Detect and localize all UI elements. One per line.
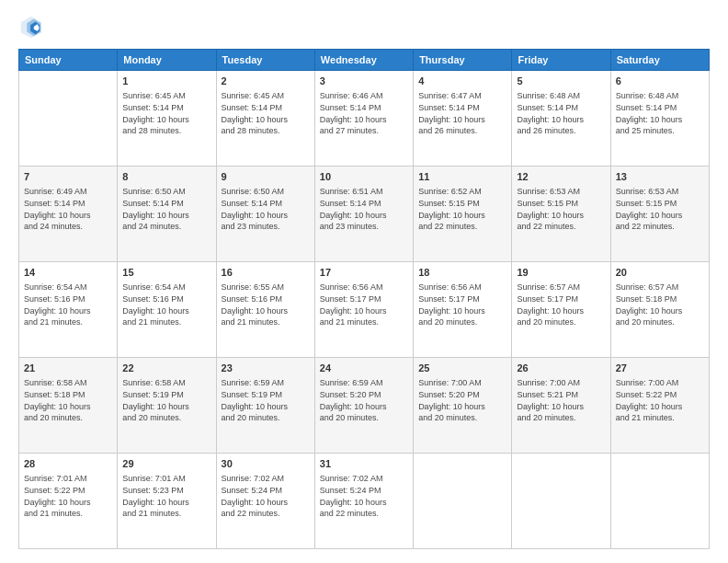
cell-info-line: Sunset: 5:17 PM [517, 293, 605, 305]
cell-info-line: and 22 minutes. [418, 221, 506, 233]
cell-info-line: Daylight: 10 hours [222, 210, 310, 222]
cell-info-line: Sunset: 5:14 PM [616, 102, 704, 114]
cell-info-line: and 26 minutes. [418, 125, 506, 137]
calendar-cell: 11Sunrise: 6:52 AMSunset: 5:15 PMDayligh… [414, 167, 512, 262]
cell-info-line: Sunset: 5:14 PM [418, 102, 506, 114]
logo [18, 14, 48, 40]
calendar-cell: 24Sunrise: 6:59 AMSunset: 5:20 PMDayligh… [314, 358, 413, 454]
cell-info-line: Daylight: 10 hours [320, 114, 408, 126]
calendar-week-row: 1Sunrise: 6:45 AMSunset: 5:14 PMDaylight… [19, 71, 710, 167]
cell-info-line: Sunset: 5:18 PM [616, 293, 704, 305]
calendar-cell: 29Sunrise: 7:01 AMSunset: 5:23 PMDayligh… [118, 454, 216, 549]
cell-info-line: Sunrise: 6:55 AM [222, 282, 310, 293]
cell-info-line: Sunrise: 6:50 AM [222, 186, 310, 198]
cell-info-line: and 28 minutes. [222, 125, 310, 137]
cell-info-line: Sunset: 5:16 PM [222, 293, 310, 305]
page: SundayMondayTuesdayWednesdayThursdayFrid… [0, 0, 728, 563]
cell-info-line: and 20 minutes. [517, 316, 605, 328]
day-number: 24 [320, 362, 408, 375]
day-number: 14 [24, 266, 112, 280]
cell-info-line: Sunrise: 6:59 AM [320, 377, 408, 389]
column-header-tuesday: Tuesday [216, 50, 314, 71]
cell-info-line: Daylight: 10 hours [517, 114, 605, 126]
cell-info-line: Sunrise: 6:54 AM [24, 282, 112, 293]
cell-info-line: and 22 minutes. [320, 508, 408, 520]
cell-info-line: and 23 minutes. [222, 221, 310, 233]
cell-info-line: Sunset: 5:19 PM [222, 389, 310, 401]
cell-info-line: and 26 minutes. [517, 125, 605, 137]
cell-info-line: and 21 minutes. [616, 412, 704, 424]
day-number: 16 [222, 266, 310, 280]
cell-info-line: and 20 minutes. [24, 412, 112, 424]
cell-info-line: Daylight: 10 hours [320, 497, 408, 509]
cell-info-line: Daylight: 10 hours [517, 401, 605, 413]
cell-info-line: Sunset: 5:17 PM [320, 293, 408, 305]
column-header-wednesday: Wednesday [314, 50, 413, 71]
calendar-cell: 1Sunrise: 6:45 AMSunset: 5:14 PMDaylight… [118, 71, 216, 167]
cell-info-line: and 25 minutes. [616, 125, 704, 137]
day-number: 29 [122, 457, 210, 471]
cell-info-line: and 20 minutes. [122, 412, 210, 424]
calendar-cell: 16Sunrise: 6:55 AMSunset: 5:16 PMDayligh… [216, 262, 314, 358]
cell-info-line: and 21 minutes. [222, 316, 310, 328]
calendar-cell: 13Sunrise: 6:53 AMSunset: 5:15 PMDayligh… [610, 167, 709, 262]
cell-info-line: Sunrise: 6:50 AM [122, 186, 210, 198]
day-number: 11 [418, 170, 506, 184]
calendar-cell: 17Sunrise: 6:56 AMSunset: 5:17 PMDayligh… [314, 262, 413, 358]
cell-info-line: Sunrise: 6:59 AM [222, 377, 310, 389]
day-number: 15 [122, 266, 210, 280]
column-header-friday: Friday [512, 50, 610, 71]
day-number: 13 [616, 170, 704, 184]
calendar-cell: 7Sunrise: 6:49 AMSunset: 5:14 PMDaylight… [19, 167, 118, 262]
day-number: 1 [122, 75, 210, 88]
column-header-saturday: Saturday [610, 50, 709, 71]
cell-info-line: and 24 minutes. [24, 221, 112, 233]
calendar-cell: 23Sunrise: 6:59 AMSunset: 5:19 PMDayligh… [216, 358, 314, 454]
cell-info-line: Daylight: 10 hours [517, 210, 605, 222]
cell-info-line: Sunrise: 7:01 AM [24, 473, 112, 485]
cell-info-line: Sunrise: 6:52 AM [418, 186, 506, 198]
cell-info-line: Daylight: 10 hours [24, 305, 112, 317]
cell-info-line: and 21 minutes. [320, 316, 408, 328]
cell-info-line: Sunrise: 7:02 AM [222, 473, 310, 485]
calendar-cell: 8Sunrise: 6:50 AMSunset: 5:14 PMDaylight… [118, 167, 216, 262]
calendar-week-row: 14Sunrise: 6:54 AMSunset: 5:16 PMDayligh… [19, 262, 710, 358]
calendar-cell: 22Sunrise: 6:58 AMSunset: 5:19 PMDayligh… [118, 358, 216, 454]
cell-info-line: Sunrise: 6:54 AM [122, 282, 210, 293]
cell-info-line: and 20 minutes. [517, 412, 605, 424]
cell-info-line: Sunrise: 6:56 AM [320, 282, 408, 293]
cell-info-line: Sunrise: 7:00 AM [616, 377, 704, 389]
cell-info-line: Sunset: 5:16 PM [122, 293, 210, 305]
calendar-cell: 6Sunrise: 6:48 AMSunset: 5:14 PMDaylight… [610, 71, 709, 167]
cell-info-line: Daylight: 10 hours [24, 497, 112, 509]
cell-info-line: Daylight: 10 hours [517, 305, 605, 317]
cell-info-line: Sunrise: 7:01 AM [122, 473, 210, 485]
cell-info-line: Sunrise: 6:48 AM [517, 90, 605, 102]
cell-info-line: Daylight: 10 hours [320, 210, 408, 222]
cell-info-line: Sunrise: 6:48 AM [616, 90, 704, 102]
cell-info-line: and 23 minutes. [320, 221, 408, 233]
calendar-cell: 18Sunrise: 6:56 AMSunset: 5:17 PMDayligh… [414, 262, 512, 358]
column-header-sunday: Sunday [19, 50, 118, 71]
cell-info-line: Daylight: 10 hours [122, 401, 210, 413]
calendar-cell [610, 454, 709, 549]
cell-info-line: Sunrise: 6:46 AM [320, 90, 408, 102]
day-number: 25 [418, 362, 506, 375]
cell-info-line: Sunset: 5:24 PM [320, 485, 408, 497]
cell-info-line: Sunset: 5:24 PM [222, 485, 310, 497]
cell-info-line: and 20 minutes. [418, 316, 506, 328]
calendar-cell: 5Sunrise: 6:48 AMSunset: 5:14 PMDaylight… [512, 71, 610, 167]
cell-info-line: and 22 minutes. [222, 508, 310, 520]
cell-info-line: Daylight: 10 hours [24, 210, 112, 222]
cell-info-line: Daylight: 10 hours [616, 305, 704, 317]
cell-info-line: Sunrise: 6:58 AM [122, 377, 210, 389]
cell-info-line: and 22 minutes. [616, 221, 704, 233]
calendar-cell: 27Sunrise: 7:00 AMSunset: 5:22 PMDayligh… [610, 358, 709, 454]
calendar-cell: 4Sunrise: 6:47 AMSunset: 5:14 PMDaylight… [414, 71, 512, 167]
cell-info-line: Daylight: 10 hours [122, 497, 210, 509]
cell-info-line: Daylight: 10 hours [320, 401, 408, 413]
day-number: 22 [122, 362, 210, 375]
calendar-week-row: 21Sunrise: 6:58 AMSunset: 5:18 PMDayligh… [19, 358, 710, 454]
day-number: 10 [320, 170, 408, 184]
cell-info-line: Daylight: 10 hours [616, 114, 704, 126]
